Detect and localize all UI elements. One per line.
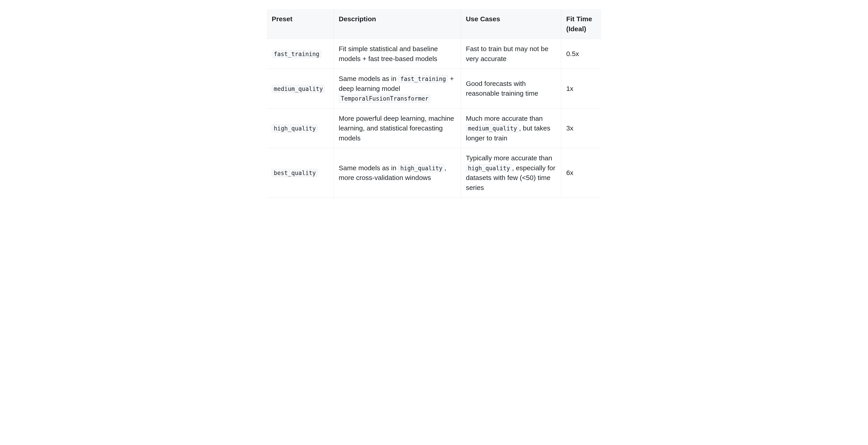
cell-fit-time: 0.5x [561, 39, 601, 69]
col-header-use-cases: Use Cases [461, 9, 561, 39]
cell-use-cases: Fast to train but may not be very accura… [461, 39, 561, 69]
cell-fit-time: 3x [561, 108, 601, 148]
col-header-preset: Preset [267, 9, 334, 39]
preset-code: high_quality [272, 124, 318, 132]
cell-description: More powerful deep learning, machine lea… [334, 108, 461, 148]
preset-code: medium_quality [272, 85, 325, 93]
table-row: medium_qualitySame models as in fast_tra… [267, 69, 601, 109]
table-row: fast_trainingFit simple statistical and … [267, 39, 601, 69]
cell-preset: medium_quality [267, 69, 334, 109]
cell-description: Same models as in fast_training + deep l… [334, 69, 461, 109]
inline-code: high_quality [398, 164, 444, 172]
cell-preset: fast_training [267, 39, 334, 69]
col-header-fit-time: Fit Time (Ideal) [561, 9, 601, 39]
text-span: Typically more accurate than [466, 154, 552, 162]
text-span: Good forecasts with reasonable training … [466, 80, 538, 97]
preset-table-body: fast_trainingFit simple statistical and … [267, 39, 601, 198]
text-span: Fast to train but may not be very accura… [466, 45, 548, 62]
cell-use-cases: Much more accurate than medium_quality, … [461, 108, 561, 148]
preset-table-container: Preset Description Use Cases Fit Time (I… [267, 9, 601, 198]
cell-description: Fit simple statistical and baseline mode… [334, 39, 461, 69]
inline-code: medium_quality [466, 124, 519, 132]
text-span: Same models as in [339, 164, 398, 172]
preset-table: Preset Description Use Cases Fit Time (I… [267, 9, 601, 198]
text-span: More powerful deep learning, machine lea… [339, 115, 454, 142]
text-span: Fit simple statistical and baseline mode… [339, 45, 438, 62]
inline-code: high_quality [466, 164, 512, 172]
table-row: best_qualitySame models as in high_quali… [267, 148, 601, 198]
table-header-row: Preset Description Use Cases Fit Time (I… [267, 9, 601, 39]
cell-fit-time: 6x [561, 148, 601, 198]
preset-code: fast_training [272, 50, 321, 58]
inline-code: TemporalFusionTransformer [339, 94, 431, 103]
table-row: high_qualityMore powerful deep learning,… [267, 108, 601, 148]
cell-preset: best_quality [267, 148, 334, 198]
cell-use-cases: Good forecasts with reasonable training … [461, 69, 561, 109]
cell-fit-time: 1x [561, 69, 601, 109]
col-header-description: Description [334, 9, 461, 39]
text-span: Same models as in [339, 75, 398, 82]
cell-preset: high_quality [267, 108, 334, 148]
preset-code: best_quality [272, 169, 318, 177]
inline-code: fast_training [398, 75, 448, 83]
text-span: Much more accurate than [466, 115, 543, 122]
cell-description: Same models as in high_quality, more cro… [334, 148, 461, 198]
cell-use-cases: Typically more accurate than high_qualit… [461, 148, 561, 198]
